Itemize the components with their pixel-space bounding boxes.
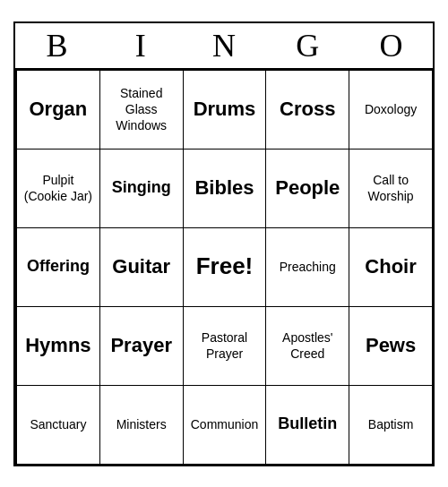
header-letter: G — [266, 23, 349, 68]
cell-r3-c4: Pews — [349, 306, 432, 385]
cell-r4-c1: Ministers — [99, 385, 183, 464]
cell-r0-c0: Organ — [16, 70, 99, 149]
cell-r4-c4: Baptism — [349, 385, 432, 464]
cell-r3-c2: Pastoral Prayer — [183, 306, 266, 385]
cell-r4-c0: Sanctuary — [16, 385, 99, 464]
cell-r2-c4: Choir — [349, 227, 432, 306]
cell-r2-c2: Free! — [183, 227, 266, 306]
bingo-card: BINGO OrganStained Glass WindowsDrumsCro… — [13, 21, 435, 466]
cell-r3-c1: Prayer — [99, 306, 183, 385]
header-letter: O — [349, 23, 433, 68]
cell-r1-c2: Bibles — [183, 149, 266, 227]
cell-r3-c3: Apostles' Creed — [265, 306, 349, 385]
cell-r2-c1: Guitar — [99, 227, 183, 306]
cell-r1-c4: Call to Worship — [349, 149, 432, 227]
cell-r1-c0: Pulpit (Cookie Jar) — [16, 149, 99, 227]
header-letter: I — [99, 23, 182, 68]
cell-r2-c3: Preaching — [265, 227, 349, 306]
cell-r4-c3: Bulletin — [265, 385, 349, 464]
cell-r0-c4: Doxology — [349, 70, 432, 149]
bingo-header: BINGO — [15, 23, 433, 70]
cell-r0-c1: Stained Glass Windows — [99, 70, 183, 149]
header-letter: B — [15, 23, 99, 68]
cell-r0-c3: Cross — [265, 70, 349, 149]
cell-r4-c2: Communion — [183, 385, 266, 464]
header-letter: N — [182, 23, 265, 68]
bingo-grid: OrganStained Glass WindowsDrumsCrossDoxo… — [15, 70, 433, 465]
cell-r1-c1: Singing — [99, 149, 183, 227]
cell-r2-c0: Offering — [16, 227, 99, 306]
cell-r1-c3: People — [265, 149, 349, 227]
cell-r0-c2: Drums — [183, 70, 266, 149]
cell-r3-c0: Hymns — [16, 306, 99, 385]
